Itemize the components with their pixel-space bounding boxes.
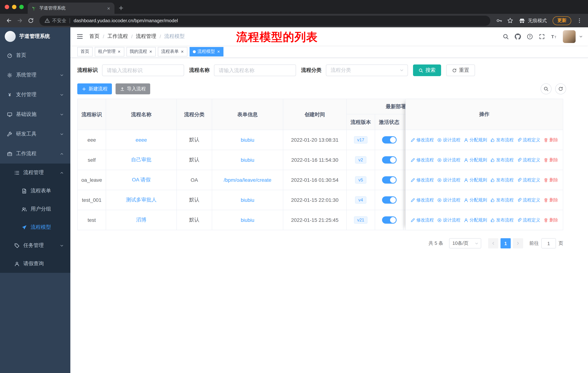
view-tag[interactable]: 流程模型 × [189,47,224,56]
docs-button[interactable] [525,32,534,41]
active-toggle[interactable] [382,136,396,143]
update-button[interactable]: 更新 [553,16,571,25]
action-definition[interactable]: 流程定义 [517,217,540,223]
page-size-select[interactable]: 10条/页 [449,238,481,248]
sidebar-item-payment[interactable]: 支付管理 [0,85,70,105]
sidebar-item-task-management[interactable]: 任务管理 [0,236,70,255]
refresh-table-button[interactable] [555,83,566,94]
form-link[interactable]: biubiu [241,137,254,143]
action-design[interactable]: 设计流程 [437,137,460,143]
action-design[interactable]: 设计流程 [437,177,460,183]
user-avatar[interactable] [563,30,576,43]
import-process-button[interactable]: 导入流程 [116,83,150,94]
forward-button[interactable] [15,15,25,26]
active-toggle[interactable] [382,216,396,224]
security-label[interactable]: 不安全 [52,17,66,24]
action-delete[interactable]: 删除 [544,197,558,203]
action-design[interactable]: 设计流程 [437,197,460,203]
action-design[interactable]: 设计流程 [437,157,460,163]
goto-page-input[interactable] [541,238,556,248]
create-process-button[interactable]: 新建流程 [77,83,112,94]
action-publish[interactable]: 发布流程 [490,137,514,143]
action-definition[interactable]: 流程定义 [517,177,540,183]
action-assign-rule[interactable]: 分配规则 [464,137,487,143]
font-size-button[interactable] [549,32,558,41]
process-name-link[interactable]: 自己审批 [131,157,151,163]
header-search-button[interactable] [501,32,510,41]
bookmark-button[interactable] [505,15,515,26]
form-link[interactable]: biubiu [241,217,254,223]
browser-menu-button[interactable] [574,15,584,26]
breadcrumb-item[interactable]: 工作流程 [107,33,128,40]
sidebar-item-home[interactable]: 首页 [0,46,70,65]
window-zoom-button[interactable] [19,5,24,9]
window-minimize-button[interactable] [12,5,16,9]
action-assign-rule[interactable]: 分配规则 [464,217,487,223]
sidebar-item-process-form[interactable]: 流程表单 [0,182,70,200]
action-publish[interactable]: 发布流程 [490,177,514,183]
action-edit[interactable]: 修改流程 [410,217,434,223]
view-tag[interactable]: 首页 × [77,47,93,56]
category-select[interactable]: 流程分类 [326,64,408,76]
toggle-search-button[interactable] [541,83,552,94]
action-publish[interactable]: 发布流程 [490,157,514,163]
github-button[interactable] [513,32,522,41]
action-edit[interactable]: 修改流程 [410,177,434,183]
tag-close-icon[interactable]: × [117,49,121,54]
action-delete[interactable]: 删除 [544,217,558,223]
action-delete[interactable]: 删除 [544,177,558,183]
tag-close-icon[interactable]: × [180,49,184,54]
action-edit[interactable]: 修改流程 [410,137,434,143]
new-tab-button[interactable] [118,5,124,11]
address-bar[interactable]: 不安全 dashboard.yudao.iocoder.cn/bpm/manag… [39,15,490,26]
tag-close-icon[interactable]: × [217,49,220,54]
window-close-button[interactable] [5,5,9,9]
fullscreen-button[interactable] [537,32,546,41]
process-name-link[interactable]: 测试多审批人 [126,197,157,203]
action-definition[interactable]: 流程定义 [517,157,540,163]
process-name-input[interactable] [214,64,296,76]
reset-button[interactable]: 重置 [446,64,475,76]
action-edit[interactable]: 修改流程 [410,157,434,163]
action-assign-rule[interactable]: 分配规则 [464,197,487,203]
view-tag[interactable]: 流程表单 × [158,47,187,56]
sidebar-item-infrastructure[interactable]: 基础设施 [0,105,70,124]
prev-page-button[interactable] [488,238,498,248]
collapse-sidebar-button[interactable] [70,33,89,40]
action-edit[interactable]: 修改流程 [410,197,434,203]
app-logo[interactable]: 芋道管理系统 [0,27,70,46]
form-link[interactable]: biubiu [241,197,254,203]
sidebar-item-dev-tools[interactable]: 研发工具 [0,124,70,144]
search-button[interactable]: 搜索 [413,64,441,76]
action-delete[interactable]: 删除 [544,157,558,163]
process-name-link[interactable]: OA 请假 [132,177,151,183]
sidebar-item-leave-query[interactable]: 请假查询 [0,255,70,273]
sidebar-item-user-group[interactable]: 用户分组 [0,200,70,218]
next-page-button[interactable] [513,238,523,248]
breadcrumb-item[interactable]: 流程管理 [136,33,156,40]
tag-close-icon[interactable]: × [149,49,152,54]
action-publish[interactable]: 发布流程 [490,197,514,203]
page-number-button[interactable]: 1 [501,238,511,248]
browser-tab[interactable]: 芋道管理系统 × [28,2,115,14]
action-publish[interactable]: 发布流程 [490,217,514,223]
view-tag[interactable]: 我的流程 × [126,47,156,56]
process-key-input[interactable] [102,64,184,76]
view-tag[interactable]: 租户管理 × [95,47,124,56]
action-assign-rule[interactable]: 分配规则 [464,157,487,163]
action-definition[interactable]: 流程定义 [517,137,540,143]
form-link[interactable]: /bpm/oa/leave/create [224,177,271,183]
process-name-link[interactable]: eeee [136,137,147,143]
active-toggle[interactable] [382,156,396,163]
action-design[interactable]: 设计流程 [437,217,460,223]
reload-button[interactable] [26,15,36,26]
sidebar-item-system[interactable]: 系统管理 [0,65,70,85]
sidebar-item-workflow[interactable]: 工作流程 [0,144,70,163]
sidebar-item-process-model[interactable]: 流程模型 [0,218,70,236]
action-assign-rule[interactable]: 分配规则 [464,177,487,183]
back-button[interactable] [4,15,14,26]
process-name-link[interactable]: 滔博 [136,217,146,223]
tab-close-icon[interactable]: × [106,5,111,11]
active-toggle[interactable] [382,176,396,184]
active-toggle[interactable] [382,196,396,204]
